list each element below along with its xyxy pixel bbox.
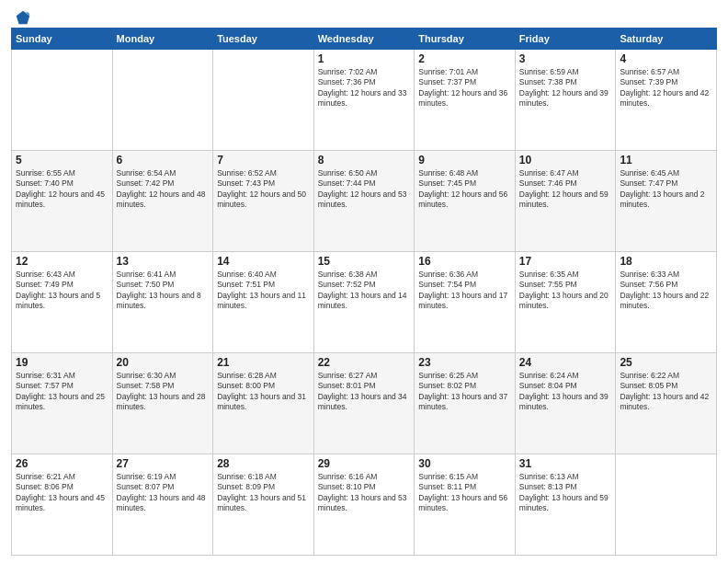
weekday-header-row: SundayMondayTuesdayWednesdayThursdayFrid… [12,29,717,50]
day-number: 18 [620,255,712,268]
day-number: 5 [16,154,108,167]
weekday-header-friday: Friday [515,29,616,50]
day-number: 13 [117,255,210,268]
calendar-cell: 12Sunrise: 6:43 AMSunset: 7:49 PMDayligh… [12,252,113,353]
weekday-header-tuesday: Tuesday [213,29,314,50]
calendar-cell: 3Sunrise: 6:59 AMSunset: 7:38 PMDaylight… [515,50,616,151]
day-info: Sunrise: 6:28 AMSunset: 8:00 PMDaylight:… [217,371,310,413]
calendar-cell: 13Sunrise: 6:41 AMSunset: 7:50 PMDayligh… [112,252,213,353]
weekday-header-thursday: Thursday [415,29,516,50]
calendar-cell [616,454,717,556]
day-info: Sunrise: 6:19 AMSunset: 8:07 PMDaylight:… [117,472,210,514]
calendar-cell: 30Sunrise: 6:15 AMSunset: 8:11 PMDayligh… [415,454,516,556]
day-info: Sunrise: 6:13 AMSunset: 8:13 PMDaylight:… [519,472,612,514]
day-info: Sunrise: 6:31 AMSunset: 7:57 PMDaylight:… [16,371,108,413]
day-number: 24 [519,356,612,369]
day-info: Sunrise: 6:15 AMSunset: 8:11 PMDaylight:… [418,472,511,514]
page: SundayMondayTuesdayWednesdayThursdayFrid… [0,0,728,563]
day-number: 15 [318,255,411,268]
day-number: 6 [117,154,210,167]
calendar-cell: 27Sunrise: 6:19 AMSunset: 8:07 PMDayligh… [112,454,213,556]
calendar-cell: 7Sunrise: 6:52 AMSunset: 7:43 PMDaylight… [213,151,314,252]
day-number: 4 [620,52,712,65]
calendar-cell: 15Sunrise: 6:38 AMSunset: 7:52 PMDayligh… [313,252,415,353]
calendar: SundayMondayTuesdayWednesdayThursdayFrid… [11,28,717,556]
day-number: 11 [620,154,712,167]
week-row-3: 12Sunrise: 6:43 AMSunset: 7:49 PMDayligh… [12,252,717,353]
day-number: 20 [117,356,210,369]
day-number: 17 [519,255,612,268]
calendar-cell: 17Sunrise: 6:35 AMSunset: 7:55 PMDayligh… [515,252,616,353]
day-info: Sunrise: 6:45 AMSunset: 7:47 PMDaylight:… [620,168,712,211]
day-info: Sunrise: 6:35 AMSunset: 7:55 PMDaylight:… [519,270,612,312]
day-number: 25 [620,356,712,369]
day-number: 31 [519,457,612,470]
day-number: 2 [418,52,511,65]
weekday-header-monday: Monday [112,29,213,50]
calendar-cell [12,50,113,151]
day-number: 21 [217,356,310,369]
calendar-cell: 9Sunrise: 6:48 AMSunset: 7:45 PMDaylight… [415,151,516,252]
day-info: Sunrise: 6:50 AMSunset: 7:44 PMDaylight:… [318,168,411,211]
day-number: 22 [318,356,411,369]
day-info: Sunrise: 6:48 AMSunset: 7:45 PMDaylight:… [418,168,511,211]
calendar-cell: 28Sunrise: 6:18 AMSunset: 8:09 PMDayligh… [213,454,314,556]
calendar-cell: 19Sunrise: 6:31 AMSunset: 7:57 PMDayligh… [12,353,113,454]
day-number: 12 [16,255,108,268]
day-info: Sunrise: 6:47 AMSunset: 7:46 PMDaylight:… [519,168,612,211]
day-number: 30 [418,457,511,470]
day-info: Sunrise: 6:40 AMSunset: 7:51 PMDaylight:… [217,270,310,312]
day-number: 3 [519,52,612,65]
day-info: Sunrise: 6:27 AMSunset: 8:01 PMDaylight:… [318,371,411,413]
week-row-2: 5Sunrise: 6:55 AMSunset: 7:40 PMDaylight… [12,151,717,252]
calendar-cell: 1Sunrise: 7:02 AMSunset: 7:36 PMDaylight… [313,50,415,151]
calendar-cell: 4Sunrise: 6:57 AMSunset: 7:39 PMDaylight… [616,50,717,151]
calendar-cell [112,50,213,151]
logo-area [11,9,31,22]
day-info: Sunrise: 6:38 AMSunset: 7:52 PMDaylight:… [318,270,411,312]
day-number: 29 [318,457,411,470]
day-info: Sunrise: 6:22 AMSunset: 8:05 PMDaylight:… [620,371,712,413]
day-number: 7 [217,154,310,167]
calendar-cell: 2Sunrise: 7:01 AMSunset: 7:37 PMDaylight… [415,50,516,151]
day-info: Sunrise: 6:43 AMSunset: 7:49 PMDaylight:… [16,270,108,312]
calendar-cell: 11Sunrise: 6:45 AMSunset: 7:47 PMDayligh… [616,151,717,252]
week-row-1: 1Sunrise: 7:02 AMSunset: 7:36 PMDaylight… [12,50,717,151]
day-info: Sunrise: 6:33 AMSunset: 7:56 PMDaylight:… [620,270,712,312]
day-number: 19 [16,356,108,369]
day-info: Sunrise: 6:55 AMSunset: 7:40 PMDaylight:… [16,168,108,211]
day-info: Sunrise: 7:01 AMSunset: 7:37 PMDaylight:… [418,67,511,109]
day-info: Sunrise: 6:41 AMSunset: 7:50 PMDaylight:… [117,270,210,312]
calendar-cell: 20Sunrise: 6:30 AMSunset: 7:58 PMDayligh… [112,353,213,454]
calendar-cell: 10Sunrise: 6:47 AMSunset: 7:46 PMDayligh… [515,151,616,252]
day-info: Sunrise: 6:59 AMSunset: 7:38 PMDaylight:… [519,67,612,109]
calendar-cell: 26Sunrise: 6:21 AMSunset: 8:06 PMDayligh… [12,454,113,556]
day-number: 26 [16,457,108,470]
calendar-cell: 8Sunrise: 6:50 AMSunset: 7:44 PMDaylight… [313,151,415,252]
day-info: Sunrise: 6:24 AMSunset: 8:04 PMDaylight:… [519,371,612,413]
calendar-cell: 21Sunrise: 6:28 AMSunset: 8:00 PMDayligh… [213,353,314,454]
weekday-header-wednesday: Wednesday [313,29,415,50]
day-info: Sunrise: 6:18 AMSunset: 8:09 PMDaylight:… [217,472,310,514]
day-number: 27 [117,457,210,470]
week-row-5: 26Sunrise: 6:21 AMSunset: 8:06 PMDayligh… [12,454,717,556]
calendar-cell: 29Sunrise: 6:16 AMSunset: 8:10 PMDayligh… [313,454,415,556]
header [11,9,717,22]
day-info: Sunrise: 6:30 AMSunset: 7:58 PMDaylight:… [117,371,210,413]
day-info: Sunrise: 6:21 AMSunset: 8:06 PMDaylight:… [16,472,108,514]
day-number: 23 [418,356,511,369]
day-info: Sunrise: 6:52 AMSunset: 7:43 PMDaylight:… [217,168,310,211]
day-info: Sunrise: 6:54 AMSunset: 7:42 PMDaylight:… [117,168,210,211]
calendar-cell: 5Sunrise: 6:55 AMSunset: 7:40 PMDaylight… [12,151,113,252]
day-number: 14 [217,255,310,268]
calendar-cell: 18Sunrise: 6:33 AMSunset: 7:56 PMDayligh… [616,252,717,353]
day-info: Sunrise: 6:57 AMSunset: 7:39 PMDaylight:… [620,67,712,109]
calendar-cell: 6Sunrise: 6:54 AMSunset: 7:42 PMDaylight… [112,151,213,252]
calendar-cell: 23Sunrise: 6:25 AMSunset: 8:02 PMDayligh… [415,353,516,454]
day-number: 10 [519,154,612,167]
day-number: 9 [418,154,511,167]
weekday-header-sunday: Sunday [12,29,113,50]
calendar-cell: 31Sunrise: 6:13 AMSunset: 8:13 PMDayligh… [515,454,616,556]
calendar-cell: 22Sunrise: 6:27 AMSunset: 8:01 PMDayligh… [313,353,415,454]
day-number: 16 [418,255,511,268]
